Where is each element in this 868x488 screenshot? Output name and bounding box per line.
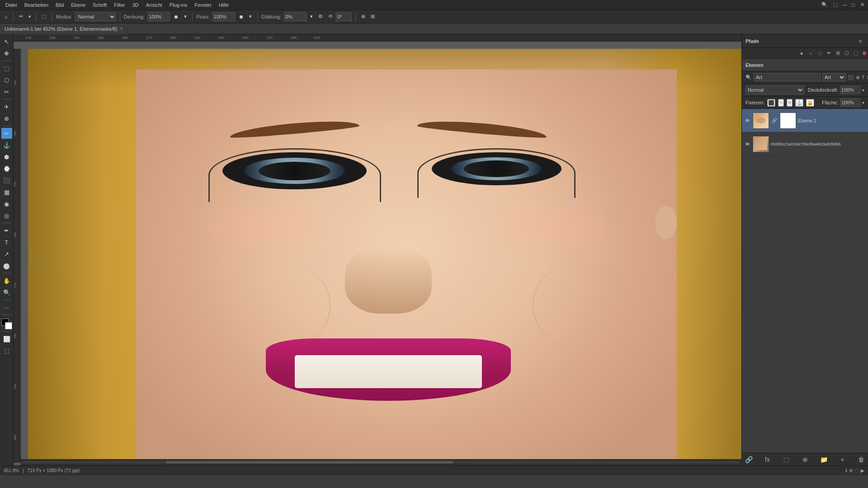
- zoom-tool[interactable]: 🔍: [1, 287, 12, 298]
- shape-tool[interactable]: ⬤: [1, 260, 12, 271]
- new-group-btn[interactable]: 📁: [820, 455, 828, 464]
- status-info-btn[interactable]: ℹ: [845, 468, 847, 473]
- smoothing-input[interactable]: [284, 12, 307, 21]
- menu-item-ansicht[interactable]: Ansicht: [142, 1, 166, 9]
- clone-tool[interactable]: ⬢: [1, 151, 12, 162]
- opacity-input[interactable]: [147, 12, 170, 21]
- link-layers-btn[interactable]: 🔗: [745, 455, 753, 464]
- layers-icon-text[interactable]: T: [862, 73, 865, 81]
- panel-shape2-btn[interactable]: ⬡: [843, 49, 851, 57]
- lock-pixel-btn[interactable]: ⬛: [767, 99, 775, 107]
- artboard-tool[interactable]: ✥: [1, 48, 12, 59]
- fill-dropdown-btn[interactable]: ▾: [862, 100, 864, 105]
- layers-search-input[interactable]: [754, 73, 821, 81]
- opacity-value-input[interactable]: [840, 86, 860, 94]
- move-tool[interactable]: ↖: [1, 36, 12, 47]
- brush-tool-icon[interactable]: ✏: [17, 13, 25, 20]
- home-button[interactable]: ⌂: [3, 13, 9, 20]
- hand-tool[interactable]: ✋: [1, 275, 12, 286]
- layers-icon-adjust[interactable]: ⊕: [856, 73, 860, 81]
- screen-mode-btn[interactable]: ⬚: [1, 345, 12, 356]
- tab-close-btn[interactable]: ×: [120, 26, 123, 31]
- panel-menu-btn[interactable]: ≡: [856, 37, 864, 45]
- status-layers-btn[interactable]: ⬚: [855, 468, 859, 473]
- panel-pen-btn[interactable]: ✒: [825, 49, 833, 57]
- brush-tool[interactable]: ✏: [1, 128, 12, 139]
- opacity-dropdown-btn[interactable]: ▾: [862, 88, 864, 93]
- path-select-tool[interactable]: ↗: [1, 249, 12, 259]
- lock-art-btn[interactable]: ⚓: [795, 99, 803, 107]
- panel-circle-outline-btn[interactable]: ○: [807, 49, 815, 57]
- menu-item-plugins[interactable]: Plug-ins: [166, 1, 191, 9]
- eraser-tool[interactable]: ⬛: [1, 175, 12, 186]
- text-tool[interactable]: T: [1, 237, 12, 248]
- new-layer-btn[interactable]: +: [839, 455, 847, 464]
- crop-tool[interactable]: ✈: [1, 101, 12, 112]
- layers-filter-select[interactable]: Art Name Effekt: [822, 73, 846, 81]
- angle-btn[interactable]: ⟲: [326, 13, 334, 20]
- document-tab[interactable]: Unbenannt-1 bei 452% (Ebene 1, Ebenenmas…: [0, 23, 127, 34]
- brush-size-btn[interactable]: ▾: [27, 13, 33, 20]
- flow-input[interactable]: [212, 12, 235, 21]
- marquee-tool[interactable]: ⬚: [1, 63, 12, 74]
- menu-item-schrift[interactable]: Schrift: [89, 1, 110, 9]
- flow-options-btn[interactable]: ▾: [247, 13, 254, 20]
- symmetry-btn[interactable]: ⊕: [359, 13, 367, 20]
- panel-circle-btn[interactable]: ●: [797, 49, 806, 57]
- menu-item-fenster[interactable]: Fenster: [191, 1, 215, 9]
- layers-icon-pixel[interactable]: ⬛: [848, 73, 854, 81]
- layer-item-1[interactable]: 👁 09265c21e010a725e3ba4623a92b5b6: [742, 132, 868, 156]
- menu-item-ebene[interactable]: Ebene: [67, 1, 89, 9]
- menu-item-filter[interactable]: Filter: [110, 1, 128, 9]
- brush-preview-toggle[interactable]: ⬚: [40, 13, 48, 20]
- healing-tool[interactable]: ⚓: [1, 140, 12, 150]
- menu-item-hilfe[interactable]: Hilfe: [215, 1, 232, 9]
- history-brush-tool[interactable]: ⌚: [1, 163, 12, 174]
- smoothing-options-btn[interactable]: ▾: [308, 13, 315, 20]
- add-mask-btn[interactable]: ⬚: [782, 455, 790, 464]
- fill-value-input[interactable]: [840, 99, 860, 107]
- opacity-toggle-btn[interactable]: ⏺: [172, 13, 180, 20]
- horizontal-scrollbar[interactable]: [21, 459, 741, 465]
- panel-layers-btn[interactable]: ⬚: [852, 49, 860, 57]
- new-adjustment-btn[interactable]: ⊕: [801, 455, 809, 464]
- blur-tool[interactable]: ◉: [1, 198, 12, 209]
- foreground-color[interactable]: [1, 319, 12, 329]
- extra-btn[interactable]: ⊞: [369, 13, 377, 20]
- lasso-tool[interactable]: ⬡: [1, 75, 12, 85]
- panel-align-btn[interactable]: ⊞: [834, 49, 842, 57]
- quick-mask-btn[interactable]: ⬜: [1, 333, 12, 344]
- magic-wand-tool[interactable]: ✂: [1, 86, 12, 97]
- status-more-btn[interactable]: ▶: [861, 468, 864, 473]
- add-style-btn[interactable]: fx: [764, 455, 772, 464]
- maximize-btn[interactable]: □: [850, 1, 857, 9]
- lock-position-btn[interactable]: ✥: [787, 99, 793, 107]
- minimize-btn[interactable]: ─: [841, 1, 849, 9]
- lock-gradient-btn[interactable]: ✎: [778, 99, 784, 107]
- opacity-options-btn[interactable]: ▾: [182, 13, 189, 20]
- gradient-tool[interactable]: ▦: [1, 187, 12, 197]
- status-settings-btn[interactable]: ⚙: [849, 468, 853, 473]
- layer-visibility-0[interactable]: 👁: [744, 117, 751, 124]
- angle-input[interactable]: [336, 12, 352, 21]
- close-btn[interactable]: ✕: [859, 1, 866, 9]
- delete-layer-btn[interactable]: 🗑: [857, 455, 865, 464]
- search-top-btn[interactable]: 🔍: [820, 1, 830, 9]
- layer-visibility-1[interactable]: 👁: [744, 141, 751, 148]
- menu-item-bearbeiten[interactable]: Bearbeiten: [21, 1, 52, 9]
- pen-tool[interactable]: ✒: [1, 225, 12, 236]
- menu-item-datei[interactable]: Datei: [2, 1, 21, 9]
- blend-mode-select[interactable]: Normal Multiplizieren: [745, 85, 804, 94]
- layer-item-0[interactable]: 👁 🔗 Ebene 1: [742, 109, 868, 132]
- menu-item-bild[interactable]: Bild: [52, 1, 67, 9]
- dodge-tool[interactable]: ◎: [1, 210, 12, 221]
- settings-btn[interactable]: ⚙: [316, 13, 325, 20]
- panel-rect-btn[interactable]: □: [816, 49, 824, 57]
- lock-all-btn[interactable]: 🔒: [806, 99, 814, 107]
- workspace-btn[interactable]: ⬚: [831, 1, 840, 9]
- extra-tools-btn[interactable]: ···: [1, 302, 12, 313]
- mode-select[interactable]: Normal Multiplizieren Abwedeln: [75, 12, 116, 21]
- menu-item-3d[interactable]: 3D: [129, 1, 142, 9]
- eyedropper-tool[interactable]: ⊕: [1, 113, 12, 124]
- flow-toggle-btn[interactable]: ⏺: [237, 13, 245, 20]
